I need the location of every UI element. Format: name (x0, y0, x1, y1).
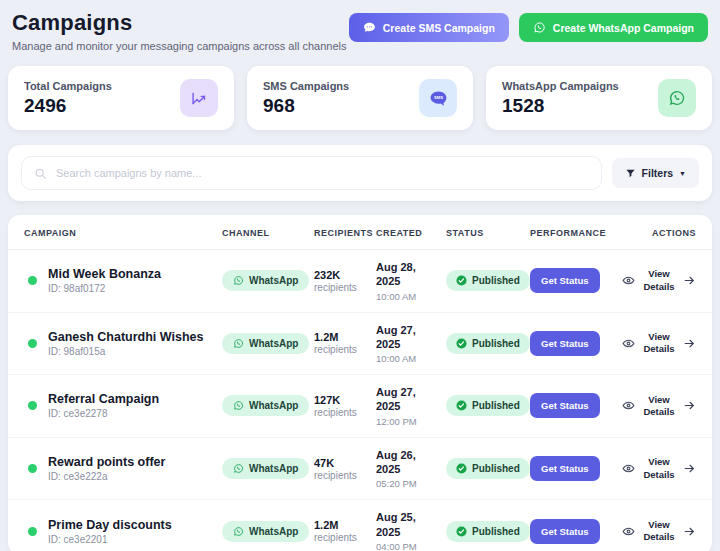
performance-cell: Get Status (530, 331, 622, 356)
whatsapp-icon (233, 400, 244, 411)
campaigns-table: Campaign Channel Recipients Created Stat… (8, 215, 712, 551)
channel-label: WhatsApp (249, 526, 298, 537)
actions-cell: View Details (622, 394, 696, 419)
campaign-cell: Prime Day discounts ID: ce3e2201 (24, 518, 222, 545)
stat-text: WhatsApp Campaigns 1528 (502, 80, 619, 117)
arrow-right-icon[interactable] (683, 525, 696, 538)
campaign-name: Ganesh Chaturdhi Wishes (48, 330, 203, 344)
status-label: Published (472, 338, 520, 349)
arrow-right-icon[interactable] (683, 399, 696, 412)
eye-icon[interactable] (622, 462, 635, 475)
channel-label: WhatsApp (249, 400, 298, 411)
channel-badge: WhatsApp (222, 458, 309, 479)
actions-cell: View Details (622, 519, 696, 544)
campaign-cell: Ganesh Chaturdhi Wishes ID: 98af015a (24, 330, 222, 357)
search-field[interactable] (21, 156, 602, 190)
channel-cell: WhatsApp (222, 521, 314, 542)
channel-label: WhatsApp (249, 338, 298, 349)
created-cell: Aug 27, 2025 12:00 PM (376, 385, 434, 427)
page-header: Campaigns Manage and monitor your messag… (8, 8, 712, 52)
whatsapp-icon (233, 526, 244, 537)
check-circle-icon (456, 338, 467, 349)
channel-label: WhatsApp (249, 463, 298, 474)
created-time: 05:20 PM (376, 478, 434, 489)
header-actions: Create SMS Campaign Create WhatsApp Camp… (349, 13, 708, 42)
performance-cell: Get Status (530, 519, 622, 544)
channel-cell: WhatsApp (222, 333, 314, 354)
column-header-performance: Performance (530, 228, 622, 238)
get-status-button[interactable]: Get Status (530, 456, 600, 481)
table-body: Mid Week Bonanza ID: 98af0172 WhatsApp 2… (8, 250, 712, 551)
recipients-cell: 127K recipients (314, 394, 376, 418)
performance-cell: Get Status (530, 456, 622, 481)
channel-badge: WhatsApp (222, 270, 309, 291)
stat-card-total-campaigns: Total Campaigns 2496 (8, 66, 234, 130)
table-row: Mid Week Bonanza ID: 98af0172 WhatsApp 2… (8, 250, 712, 312)
create-whatsapp-campaign-label: Create WhatsApp Campaign (553, 22, 694, 34)
recipients-label: recipients (314, 344, 376, 355)
recipients-cell: 232K recipients (314, 269, 376, 293)
whatsapp-icon (658, 79, 696, 117)
stat-card-whatsapp-campaigns: WhatsApp Campaigns 1528 (486, 66, 712, 130)
status-dot (28, 527, 37, 536)
view-details-link[interactable]: View Details (641, 331, 677, 356)
channel-badge: WhatsApp (222, 333, 309, 354)
recipients-cell: 1.2M recipients (314, 519, 376, 543)
status-dot (28, 276, 37, 285)
created-date: Aug 25, 2025 (376, 510, 434, 539)
performance-cell: Get Status (530, 393, 622, 418)
whatsapp-icon (233, 275, 244, 286)
get-status-button[interactable]: Get Status (530, 393, 600, 418)
column-header-channel: Channel (222, 228, 314, 238)
view-details-link[interactable]: View Details (641, 456, 677, 481)
sms-bubble-icon: SMS (419, 79, 457, 117)
search-input[interactable] (56, 167, 589, 179)
column-header-recipients: Recipients (314, 228, 376, 238)
eye-icon[interactable] (622, 399, 635, 412)
channel-cell: WhatsApp (222, 395, 314, 416)
campaign-id: ID: 98af015a (48, 346, 203, 357)
trend-chart-icon (180, 79, 218, 117)
status-label: Published (472, 400, 520, 411)
status-label: Published (472, 526, 520, 537)
get-status-button[interactable]: Get Status (530, 331, 600, 356)
campaign-name: Referral Campaign (48, 392, 159, 406)
recipients-label: recipients (314, 407, 376, 418)
created-date: Aug 28, 2025 (376, 260, 434, 289)
create-whatsapp-campaign-button[interactable]: Create WhatsApp Campaign (519, 13, 708, 42)
check-circle-icon (456, 463, 467, 474)
eye-icon[interactable] (622, 525, 635, 538)
stat-label: Total Campaigns (24, 80, 112, 92)
created-cell: Aug 27, 2025 10:00 AM (376, 323, 434, 365)
filters-button[interactable]: Filters ▼ (612, 158, 699, 188)
create-sms-campaign-button[interactable]: Create SMS Campaign (349, 13, 509, 42)
campaign-text: Mid Week Bonanza ID: 98af0172 (48, 267, 161, 294)
column-header-created: Created (376, 228, 446, 238)
page-subtitle: Manage and monitor your messaging campai… (12, 40, 346, 52)
table-row: Reward points offer ID: ce3e222a WhatsAp… (8, 437, 712, 500)
filters-label: Filters (642, 167, 674, 179)
status-dot (28, 464, 37, 473)
eye-icon[interactable] (622, 274, 635, 287)
search-icon (34, 167, 47, 180)
status-badge: Published (446, 395, 530, 416)
recipients-count: 232K (314, 269, 376, 281)
get-status-button[interactable]: Get Status (530, 519, 600, 544)
check-circle-icon (456, 526, 467, 537)
arrow-right-icon[interactable] (683, 274, 696, 287)
table-row: Ganesh Chaturdhi Wishes ID: 98af015a Wha… (8, 312, 712, 375)
stat-text: SMS Campaigns 968 (263, 80, 349, 117)
get-status-button[interactable]: Get Status (530, 268, 600, 293)
status-badge: Published (446, 521, 530, 542)
eye-icon[interactable] (622, 337, 635, 350)
recipients-count: 1.2M (314, 519, 376, 531)
stat-text: Total Campaigns 2496 (24, 80, 112, 117)
arrow-right-icon[interactable] (683, 462, 696, 475)
arrow-right-icon[interactable] (683, 337, 696, 350)
view-details-link[interactable]: View Details (641, 519, 677, 544)
stat-label: SMS Campaigns (263, 80, 349, 92)
view-details-link[interactable]: View Details (641, 394, 677, 419)
created-cell: Aug 28, 2025 10:00 AM (376, 260, 434, 302)
campaign-name: Reward points offer (48, 455, 165, 469)
view-details-link[interactable]: View Details (641, 268, 677, 293)
